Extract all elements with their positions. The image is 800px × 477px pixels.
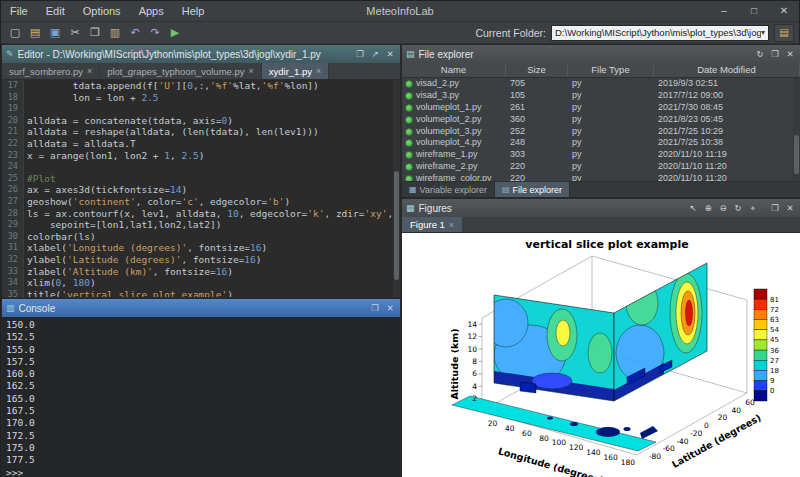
- save-icon[interactable]: ▣: [46, 24, 64, 42]
- table-row[interactable]: wireframe_2.py220py2020/11/10 11:20: [402, 161, 793, 173]
- full-extent-icon[interactable]: ⌖: [747, 203, 759, 214]
- copy-icon[interactable]: ❐: [86, 24, 104, 42]
- svg-text:180: 180: [621, 458, 636, 467]
- editor-tab[interactable]: surf_sombrero.py×: [2, 63, 100, 79]
- py-file-icon: [405, 128, 413, 136]
- file-date-cell: 2021/7/25 10:29: [654, 126, 793, 138]
- redo-icon[interactable]: ↷: [146, 24, 164, 42]
- code-line[interactable]: 34xlim(0, 180): [2, 277, 393, 289]
- float-panel-icon[interactable]: ❐: [769, 49, 781, 59]
- chevron-down-icon[interactable]: ▾: [761, 28, 765, 37]
- menu-help[interactable]: Help: [173, 1, 214, 21]
- menu-file[interactable]: File: [1, 1, 37, 21]
- table-row[interactable]: volumeplot_2.py360py2021/8/23 05:45: [402, 114, 793, 126]
- editor-tab[interactable]: plot_grapes_typhoon_volume.py×: [100, 63, 262, 79]
- menu-options[interactable]: Options: [74, 1, 130, 21]
- zoom-out-icon[interactable]: ⊖: [717, 203, 729, 214]
- column-header-date-modified[interactable]: Date Modified: [654, 63, 800, 77]
- code-line[interactable]: 21alldata = reshape(alldata, (len(tdata)…: [2, 126, 393, 138]
- code-area[interactable]: 17 tdata.append(f['U'][0,:,'%f'%lat,'%f'…: [2, 80, 393, 297]
- console-output[interactable]: 150.0152.5155.0157.5160.0162.5165.0167.5…: [2, 317, 400, 477]
- float-panel-icon[interactable]: ❐: [369, 303, 381, 313]
- menu-edit[interactable]: Edit: [37, 1, 74, 21]
- z-axis-label: Altitude (km): [449, 328, 460, 399]
- figure-tab[interactable]: Figure 1 ×: [402, 217, 462, 232]
- code-line[interactable]: 20alldata = concatenate(tdata, axis=0): [2, 115, 393, 127]
- column-header-size[interactable]: Size: [506, 63, 568, 77]
- line-number: 34: [2, 277, 24, 289]
- select-arrow-icon[interactable]: ↖: [687, 203, 699, 214]
- tab-close-icon[interactable]: ×: [449, 220, 454, 230]
- run-icon[interactable]: ▶: [166, 24, 184, 42]
- explorer-tab-file-explorer[interactable]: ▤File explorer: [495, 182, 570, 197]
- maximize-panel-icon[interactable]: ↗: [369, 49, 381, 59]
- figures-panel-buttons: ❐✕: [769, 203, 796, 213]
- column-header-file-type[interactable]: File Type: [568, 63, 654, 77]
- float-panel-icon[interactable]: ❐: [769, 203, 781, 213]
- open-folder-icon[interactable]: ▤: [26, 24, 44, 42]
- code-line[interactable]: 18 lon = lon + 2.5: [2, 92, 393, 104]
- code-text: colorbar(ls): [24, 231, 96, 243]
- svg-text:0: 0: [704, 421, 709, 430]
- close-button[interactable]: ✕: [769, 1, 799, 21]
- explorer-tab-variable-explorer[interactable]: ▦Variable explorer: [402, 182, 495, 197]
- scrollbar-thumb[interactable]: [794, 135, 799, 174]
- svg-text:-60: -60: [663, 444, 675, 453]
- code-line[interactable]: 26ax = axes3d(tickfontsize=14): [2, 184, 393, 196]
- menu-apps[interactable]: Apps: [130, 1, 173, 21]
- float-panel-icon[interactable]: ❐: [354, 49, 366, 59]
- svg-text:72: 72: [770, 306, 779, 314]
- svg-text:36: 36: [770, 347, 779, 355]
- code-line[interactable]: 31xlabel('Longitude (degrees)', fontsize…: [2, 242, 393, 254]
- code-line[interactable]: 23x = arange(lon1, lon2 + 1, 2.5): [2, 150, 393, 162]
- code-line[interactable]: 27geoshow('continent', color='c', edgeco…: [2, 196, 393, 208]
- code-line[interactable]: 28ls = ax.contourf(x, lev1, alldata, 10,…: [2, 208, 393, 220]
- tab-close-icon[interactable]: ×: [87, 66, 92, 76]
- table-row[interactable]: volumeplot_3.py252py2021/7/25 10:29: [402, 126, 793, 138]
- code-line[interactable]: 35title('vertical slice plot example'): [2, 289, 393, 297]
- editor-scrollbar[interactable]: [393, 80, 400, 297]
- current-folder-combobox[interactable]: D:\Working\MIScript\Jython\mis\plot_type…: [551, 25, 769, 41]
- browse-folder-button[interactable]: ▤: [774, 24, 794, 42]
- code-line[interactable]: 24: [2, 161, 393, 173]
- close-panel-icon[interactable]: ✕: [384, 49, 396, 59]
- table-row[interactable]: wireframe_1.py303py2020/11/10 11:19: [402, 149, 793, 161]
- undo-icon[interactable]: ↶: [126, 24, 144, 42]
- table-row[interactable]: visad_2.py705py2019/9/3 02:51: [402, 78, 793, 90]
- zoom-in-icon[interactable]: ⊕: [702, 203, 714, 214]
- tab-close-icon[interactable]: ×: [249, 66, 254, 76]
- figure-canvas[interactable]: vertical slice plot example: [402, 233, 800, 477]
- rotate-icon[interactable]: ↻: [732, 203, 744, 214]
- file-table-scrollbar[interactable]: [793, 78, 800, 181]
- close-panel-icon[interactable]: ✕: [784, 49, 796, 59]
- table-row[interactable]: wireframe_color.py220py2020/11/10 11:20: [402, 173, 793, 181]
- scrollbar-thumb[interactable]: [394, 171, 399, 280]
- table-row[interactable]: volumeplot_4.py248py2021/7/25 10:38: [402, 137, 793, 149]
- close-panel-icon[interactable]: ✕: [384, 303, 396, 313]
- code-line[interactable]: 17 tdata.append(f['U'][0,:,'%f'%lat,'%f'…: [2, 80, 393, 92]
- paste-icon[interactable]: ▥: [106, 24, 124, 42]
- minimize-button[interactable]: –: [709, 1, 739, 21]
- table-row[interactable]: visad_3.py105py2017/7/12 09:00: [402, 90, 793, 102]
- code-line[interactable]: 30colorbar(ls): [2, 231, 393, 243]
- code-line[interactable]: 25#Plot: [2, 173, 393, 185]
- column-header-name[interactable]: Name: [402, 63, 506, 77]
- table-row[interactable]: volumeplot_1.py261py2021/7/30 08:45: [402, 102, 793, 114]
- code-line[interactable]: 22alldata = alldata.T: [2, 138, 393, 150]
- code-line[interactable]: 29 sepoint=[lon1,lat1,lon2,lat2]): [2, 219, 393, 231]
- console-prompt[interactable]: >>>: [6, 467, 400, 477]
- line-number: 20: [2, 115, 24, 127]
- cut-icon[interactable]: ✂: [66, 24, 84, 42]
- code-line[interactable]: 32ylabel('Latitude (degrees)', fontsize=…: [2, 254, 393, 266]
- maximize-button[interactable]: □: [739, 1, 769, 21]
- new-file-icon[interactable]: ▢: [6, 24, 24, 42]
- close-panel-icon[interactable]: ✕: [784, 203, 796, 213]
- code-line[interactable]: 33zlabel('Altitude (km)', fontsize=16): [2, 266, 393, 278]
- refresh-icon[interactable]: ↻: [754, 49, 766, 59]
- tab-close-icon[interactable]: ×: [316, 66, 321, 76]
- editor-tab[interactable]: xydir_1.py×: [262, 63, 330, 79]
- svg-text:80: 80: [539, 434, 549, 443]
- file-name: visad_3.py: [416, 90, 459, 102]
- svg-text:40: 40: [731, 406, 741, 415]
- code-line[interactable]: 19: [2, 103, 393, 115]
